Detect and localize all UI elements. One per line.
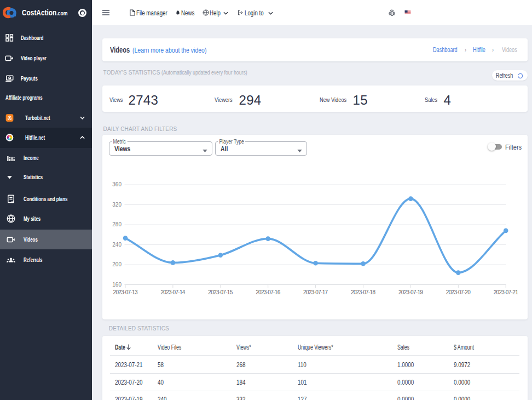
svg-text:2023-07-16: 2023-07-16 — [256, 289, 280, 295]
svg-text:280: 280 — [112, 221, 122, 227]
svg-text:160: 160 — [112, 282, 122, 288]
svg-text:2023-07-19: 2023-07-19 — [398, 289, 423, 295]
svg-text:2023-07-15: 2023-07-15 — [208, 289, 233, 295]
svg-text:200: 200 — [112, 261, 122, 267]
svg-text:2023-07-17: 2023-07-17 — [303, 289, 328, 295]
svg-text:2023-07-21: 2023-07-21 — [494, 289, 518, 295]
svg-text:320: 320 — [112, 202, 122, 208]
svg-text:2023-07-18: 2023-07-18 — [351, 289, 375, 295]
svg-text:2023-07-13: 2023-07-13 — [113, 289, 138, 295]
svg-text:240: 240 — [112, 242, 122, 248]
svg-text:360: 360 — [112, 181, 122, 187]
svg-text:2023-07-14: 2023-07-14 — [160, 289, 185, 295]
svg-text:2023-07-20: 2023-07-20 — [446, 289, 471, 295]
